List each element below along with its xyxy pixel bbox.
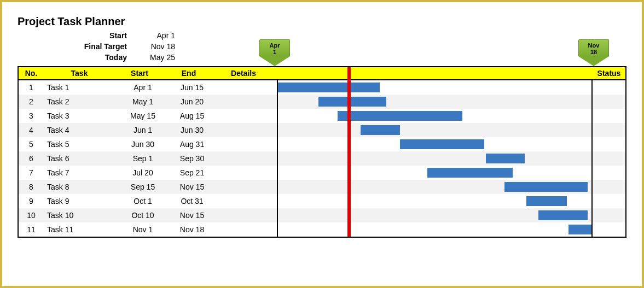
cell-end: Aug 15 (167, 111, 217, 120)
cell-task: Task 10 (44, 211, 118, 220)
meta-start-label: Start (50, 31, 137, 40)
cell-timeline (277, 95, 593, 109)
gantt-bar (538, 210, 587, 220)
cell-no: 7 (19, 168, 44, 177)
table-row[interactable]: 5Task 5Jun 30Aug 31 (19, 137, 625, 151)
cell-no: 11 (19, 225, 44, 234)
cell-start: Jun 30 (118, 140, 167, 149)
col-header-status: Status (593, 69, 625, 78)
cell-end: Sep 21 (167, 168, 217, 177)
cell-no: 3 (19, 111, 44, 120)
cell-start: May 1 (118, 97, 167, 106)
col-header-start: Start (115, 69, 164, 78)
cell-task: Task 2 (44, 97, 118, 106)
gantt-bar (400, 139, 484, 149)
end-date-arrow-icon: Nov18 (578, 39, 609, 66)
cell-task: Task 1 (44, 83, 118, 92)
cell-timeline (277, 80, 593, 95)
project-meta: Start Apr 1 Final Target Nov 18 Today Ma… (50, 30, 626, 63)
today-marker-line (347, 67, 351, 237)
cell-start: Apr 1 (118, 83, 167, 92)
gantt-bar (526, 196, 567, 206)
cell-end: Oct 31 (167, 197, 217, 205)
gantt-bar (568, 225, 591, 234)
gantt-bar (318, 97, 386, 107)
cell-timeline (277, 222, 593, 237)
table-row[interactable]: 7Task 7Jul 20Sep 21 (19, 166, 625, 180)
meta-final-target-value: Nov 18 (137, 42, 175, 51)
table-row[interactable]: 3Task 3May 15Aug 15 (19, 109, 625, 123)
meta-final-target-label: Final Target (50, 42, 137, 51)
cell-end: Jun 20 (167, 97, 217, 106)
cell-start: Jul 20 (118, 168, 167, 177)
cell-no: 4 (19, 126, 44, 134)
gantt-bar (486, 154, 525, 163)
meta-row-final-target: Final Target Nov 18 (50, 41, 626, 52)
col-header-no: No. (19, 69, 44, 78)
cell-timeline (277, 137, 593, 151)
cell-no: 1 (19, 83, 44, 92)
cell-timeline (277, 180, 593, 194)
cell-end: Nov 18 (167, 225, 217, 234)
meta-start-value: Apr 1 (137, 31, 175, 40)
cell-no: 2 (19, 97, 44, 106)
cell-no: 10 (19, 211, 44, 220)
table-row[interactable]: 6Task 6Sep 1Sep 30 (19, 151, 625, 166)
col-header-details: Details (213, 69, 274, 78)
cell-timeline (277, 194, 593, 208)
cell-no: 9 (19, 197, 44, 205)
col-header-end: End (164, 69, 213, 78)
table-row[interactable]: 8Task 8Sep 15Nov 15 (19, 180, 625, 194)
cell-timeline (277, 166, 593, 180)
gantt-bar (278, 83, 380, 92)
cell-task: Task 4 (44, 126, 118, 134)
table-row[interactable]: 2Task 2May 1Jun 20 (19, 95, 625, 109)
cell-timeline (277, 208, 593, 222)
cell-start: Nov 1 (118, 225, 167, 234)
table-body: 1Task 1Apr 1Jun 152Task 2May 1Jun 203Tas… (19, 80, 625, 237)
cell-task: Task 9 (44, 197, 118, 205)
cell-no: 6 (19, 154, 44, 163)
table-row[interactable]: 1Task 1Apr 1Jun 15 (19, 80, 625, 95)
table-header-row: No. Task Start End Details Apr1 Nov18 St… (19, 67, 625, 80)
table-row[interactable]: 9Task 9Oct 1Oct 31 (19, 194, 625, 208)
end-date-arrow-label: Nov18 (578, 39, 609, 56)
cell-task: Task 8 (44, 183, 118, 191)
meta-row-today: Today May 25 (50, 52, 626, 63)
cell-start: Sep 15 (118, 183, 167, 191)
gantt-bar (338, 111, 462, 121)
cell-end: Aug 31 (167, 140, 217, 149)
cell-timeline (277, 151, 593, 166)
table-row[interactable]: 10Task 10Oct 10Nov 15 (19, 208, 625, 222)
gantt-bar (504, 182, 587, 192)
gantt-planner: No. Task Start End Details Apr1 Nov18 St… (18, 66, 626, 238)
cell-task: Task 7 (44, 168, 118, 177)
cell-end: Jun 30 (167, 126, 217, 134)
table-row[interactable]: 11Task 11Nov 1Nov 18 (19, 222, 625, 237)
arrow-down-icon (578, 56, 609, 66)
cell-no: 5 (19, 140, 44, 149)
cell-timeline (277, 109, 593, 123)
meta-today-value: May 25 (137, 53, 175, 62)
meta-row-start: Start Apr 1 (50, 30, 626, 41)
cell-start: Oct 1 (118, 197, 167, 205)
cell-start: Sep 1 (118, 154, 167, 163)
cell-end: Nov 15 (167, 183, 217, 191)
start-date-arrow-label: Apr1 (259, 39, 290, 56)
gantt-bar (361, 125, 400, 135)
cell-end: Jun 15 (167, 83, 217, 92)
col-header-task: Task (44, 69, 115, 78)
gantt-bar (427, 168, 513, 178)
start-date-arrow-icon: Apr1 (259, 39, 290, 66)
app-frame: Project Task Planner Start Apr 1 Final T… (0, 0, 644, 288)
cell-end: Nov 15 (167, 211, 217, 220)
cell-start: May 15 (118, 111, 167, 120)
cell-task: Task 6 (44, 154, 118, 163)
cell-end: Sep 30 (167, 154, 217, 163)
cell-no: 8 (19, 183, 44, 191)
cell-start: Oct 10 (118, 211, 167, 220)
table-row[interactable]: 4Task 4Jun 1Jun 30 (19, 123, 625, 137)
page-title: Project Task Planner (18, 15, 626, 28)
cell-task: Task 11 (44, 225, 118, 234)
cell-task: Task 5 (44, 140, 118, 149)
